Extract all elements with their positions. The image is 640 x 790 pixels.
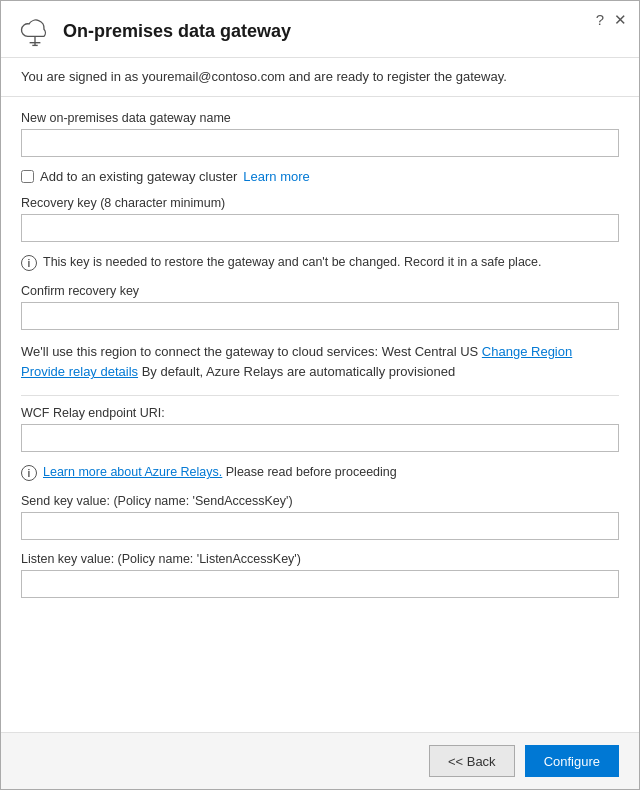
title-bar: On-premises data gateway ? ✕ [1, 1, 639, 58]
recovery-key-info-row: i This key is needed to restore the gate… [21, 254, 619, 272]
recovery-key-label: Recovery key (8 character minimum) [21, 196, 619, 210]
listen-key-label: Listen key value: (Policy name: 'ListenA… [21, 552, 619, 566]
recovery-key-group: Recovery key (8 character minimum) [21, 196, 619, 242]
provide-relay-link[interactable]: Provide relay details [21, 364, 138, 379]
azure-relays-text: Learn more about Azure Relays. Please re… [43, 464, 397, 482]
recovery-key-info-text: This key is needed to restore the gatewa… [43, 254, 542, 272]
main-window: On-premises data gateway ? ✕ You are sig… [0, 0, 640, 790]
send-key-group: Send key value: (Policy name: 'SendAcces… [21, 494, 619, 540]
window-title: On-premises data gateway [63, 21, 291, 42]
azure-relays-info-row: i Learn more about Azure Relays. Please … [21, 464, 619, 482]
region-text: We'll use this region to connect the gat… [21, 344, 478, 359]
add-to-cluster-checkbox[interactable] [21, 170, 34, 183]
listen-key-group: Listen key value: (Policy name: 'ListenA… [21, 552, 619, 598]
subtitle-text: You are signed in as youremail@contoso.c… [1, 58, 639, 97]
form-content: New on-premises data gateway name Add to… [1, 97, 639, 732]
gateway-name-label: New on-premises data gateway name [21, 111, 619, 125]
close-button[interactable]: ✕ [614, 11, 627, 29]
cloud-gateway-icon [17, 13, 53, 49]
region-section: We'll use this region to connect the gat… [21, 342, 619, 384]
change-region-link[interactable]: Change Region [482, 344, 572, 359]
relay-auto-text: By default, Azure Relays are automatical… [142, 364, 456, 379]
send-key-label: Send key value: (Policy name: 'SendAcces… [21, 494, 619, 508]
confirm-recovery-key-group: Confirm recovery key [21, 284, 619, 330]
listen-key-input[interactable] [21, 570, 619, 598]
section-divider [21, 395, 619, 396]
info-icon: i [21, 255, 37, 271]
configure-button[interactable]: Configure [525, 745, 619, 777]
gateway-name-input[interactable] [21, 129, 619, 157]
add-to-cluster-row: Add to an existing gateway cluster Learn… [21, 169, 619, 184]
help-button[interactable]: ? [596, 11, 604, 29]
gateway-name-group: New on-premises data gateway name [21, 111, 619, 157]
back-button[interactable]: << Back [429, 745, 515, 777]
confirm-recovery-key-input[interactable] [21, 302, 619, 330]
footer: << Back Configure [1, 732, 639, 789]
learn-azure-relays-link[interactable]: Learn more about Azure Relays. [43, 465, 222, 479]
recovery-key-input[interactable] [21, 214, 619, 242]
title-bar-controls: ? ✕ [596, 11, 627, 29]
azure-relays-note: Please read before proceeding [226, 465, 397, 479]
confirm-recovery-key-label: Confirm recovery key [21, 284, 619, 298]
add-to-cluster-label: Add to an existing gateway cluster [40, 169, 237, 184]
learn-more-link[interactable]: Learn more [243, 169, 309, 184]
wcf-relay-label: WCF Relay endpoint URI: [21, 406, 619, 420]
azure-relays-info-icon: i [21, 465, 37, 481]
wcf-relay-group: WCF Relay endpoint URI: [21, 406, 619, 452]
wcf-relay-input[interactable] [21, 424, 619, 452]
send-key-input[interactable] [21, 512, 619, 540]
